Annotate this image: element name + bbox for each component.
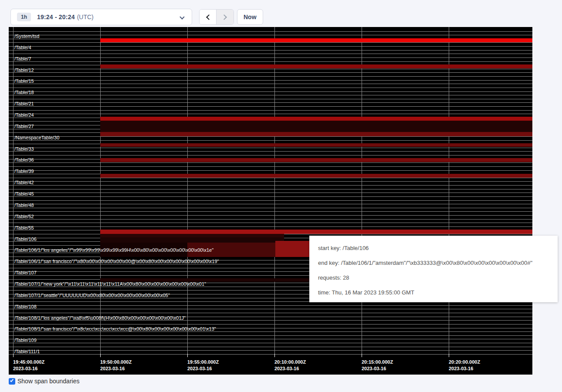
chevron-left-icon	[206, 14, 212, 20]
axis-tick	[187, 354, 188, 357]
heat-band[interactable]	[100, 230, 532, 234]
show-span-boundaries-checkbox[interactable]	[9, 378, 15, 385]
time-column-line	[449, 27, 449, 357]
key-row-label: /Table/21	[14, 98, 34, 109]
tooltip-line: start key: /Table/106	[318, 241, 549, 256]
time-column-line	[274, 27, 275, 357]
key-row-label: /Table/106	[14, 233, 37, 245]
heat-band[interactable]	[100, 174, 532, 178]
checkmark-icon	[10, 378, 14, 382]
show-span-boundaries-label: Show span boundaries	[17, 378, 79, 385]
cell-tooltip: start key: /Table/106end key: /Table/106…	[309, 236, 558, 302]
heat-band[interactable]	[100, 64, 532, 68]
time-column-line	[100, 27, 101, 357]
heat-band[interactable]	[100, 237, 284, 243]
heat-band[interactable]	[100, 121, 532, 132]
key-row-label: /Table/45	[14, 188, 34, 199]
heat-band[interactable]	[100, 117, 532, 121]
axis-tick	[13, 354, 14, 357]
next-interval-button-disabled[interactable]	[217, 10, 234, 24]
heat-band[interactable]	[100, 158, 532, 162]
key-row-label: /Table/107	[14, 267, 37, 278]
axis-tick	[100, 354, 101, 357]
tooltip-line: end key: /Table/106/1/"amsterdam"/"\xb33…	[318, 256, 549, 270]
key-row-label: /Table/27	[14, 121, 34, 132]
key-visualizer-canvas[interactable]: /System/tsd/Table/4/Table/7/Table/12/Tab…	[9, 27, 532, 375]
key-row-label: /Table/42	[14, 177, 34, 188]
axis-tick	[449, 354, 449, 357]
footer: Show span boundaries	[9, 378, 79, 385]
tooltip-line: requests: 28	[318, 270, 549, 285]
key-row-label: /Table/48	[14, 199, 34, 211]
key-row-label: /Table/39	[14, 166, 34, 177]
key-row-label: /Table/24	[14, 109, 34, 121]
range-text: 19:24 - 20:24	[37, 14, 75, 20]
axis-tick	[274, 354, 275, 357]
key-row-label: /Table/33	[14, 143, 34, 155]
span-boundary-gridlines	[9, 28, 532, 358]
key-row-label: /Table/107/1/"new york"/"\x11\x11\x11\x1…	[14, 278, 206, 290]
key-row-label: /Table/106/1/"los angeles"/"\x99\x99\x99…	[14, 244, 213, 256]
x-axis-label: 20:20:00.000Z2023-03-16	[449, 359, 480, 372]
time-range-selector[interactable]: 1h 19:24 - 20:24 (UTC)	[10, 9, 192, 25]
range-duration-badge: 1h	[17, 13, 31, 21]
key-row-label: /Table/18	[14, 87, 34, 98]
chevron-right-icon	[221, 14, 227, 20]
key-row-label: /Table/36	[14, 154, 34, 166]
x-axis-label: 20:10:00.000Z2023-03-16	[274, 359, 306, 372]
time-pager	[199, 9, 234, 25]
chevron-down-icon	[179, 14, 184, 19]
key-row-label: /Table/106/1/"san francisco"/"\x80\x00\x…	[14, 256, 219, 267]
time-column-line	[13, 27, 14, 357]
x-axis-label: 19:50:00.000Z2023-03-16	[100, 359, 132, 372]
key-row-label: /Table/7	[14, 53, 31, 64]
key-row-label: /Table/52	[14, 211, 34, 222]
key-row-label: /Table/111/1	[14, 346, 40, 357]
prev-interval-button[interactable]	[200, 10, 217, 24]
x-axis-label: 20:15:00.000Z2023-03-16	[362, 359, 393, 372]
axis-tick	[362, 354, 362, 357]
key-row-label: /System/tsd	[14, 30, 39, 42]
time-column-line	[362, 27, 362, 357]
key-row-label: /Table/108/1/"los angeles"/"\xa8\xf5\u00…	[14, 312, 186, 324]
x-axis-label: 19:45:00.000Z2023-03-16	[13, 359, 44, 372]
key-row-label: /Table/108	[14, 301, 37, 312]
key-row-label: /Table/4	[14, 42, 31, 53]
x-axis-label: 19:55:00.000Z2023-03-16	[187, 359, 219, 372]
key-row-label: /Table/15	[14, 75, 34, 87]
key-row-label: /NamespaceTable/30	[14, 132, 59, 143]
tooltip-line: time: Thu, 16 Mar 2023 19:55:00 GMT	[318, 285, 549, 300]
heat-band[interactable]	[100, 132, 532, 136]
range-timezone: (UTC)	[77, 14, 94, 20]
key-row-label: /Table/55	[14, 222, 34, 233]
heat-band[interactable]	[100, 143, 532, 147]
key-row-label: /Table/109	[14, 335, 37, 346]
key-row-label: /Table/107/1/"seattle"/"UUUUUUD\x00\x80\…	[14, 290, 170, 301]
heat-band[interactable]	[100, 38, 532, 42]
time-column-line	[187, 27, 188, 357]
now-button[interactable]: Now	[237, 9, 263, 25]
key-row-label: /Table/12	[14, 64, 34, 76]
toolbar: 1h 19:24 - 20:24 (UTC) Now	[0, 0, 562, 27]
key-row-label: /Table/108/1/"san francisco"/"\x8c\xcc\x…	[14, 323, 216, 335]
